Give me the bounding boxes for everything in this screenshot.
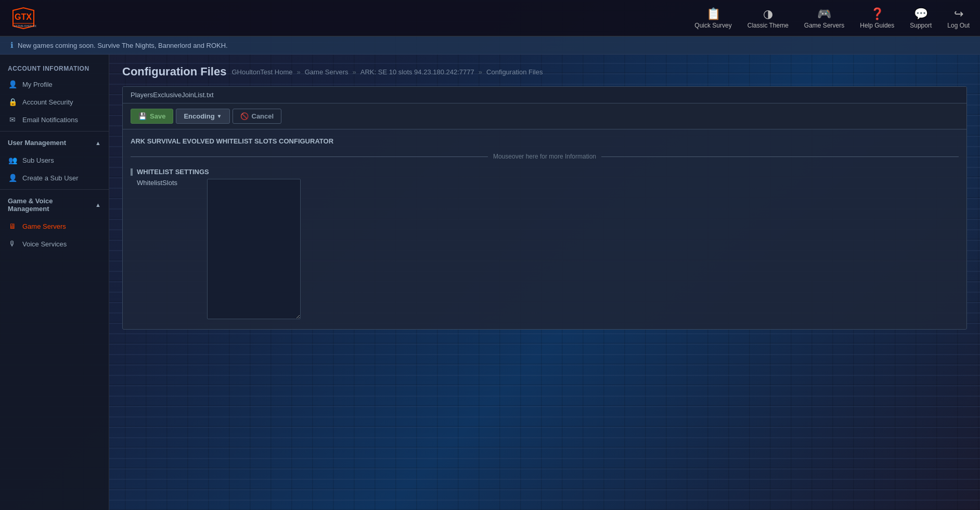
top-nav: GTX ESTABLISHED 2007 📋 Quick Survey ◑ Cl… xyxy=(0,0,980,36)
sidebar-create-sub-user-label: Create a Sub User xyxy=(22,174,79,182)
sub-users-icon: 👥 xyxy=(8,156,17,164)
sidebar-voice-services-label: Voice Services xyxy=(22,240,67,248)
sidebar-item-sub-users[interactable]: 👥 Sub Users xyxy=(0,151,109,169)
breadcrumb-server[interactable]: ARK: SE 10 slots 94.23.180.242:7777 xyxy=(360,68,474,76)
sidebar-divider-2 xyxy=(0,189,109,190)
logo-icon: GTX ESTABLISHED 2007 xyxy=(10,5,36,31)
log-out-icon: ↪ xyxy=(954,7,963,21)
sidebar-sub-users-label: Sub Users xyxy=(22,156,54,164)
info-icon: ℹ xyxy=(10,41,14,50)
nav-log-out[interactable]: ↪ Log Out xyxy=(947,7,970,29)
sidebar-game-voice-toggle[interactable]: Game & Voice Management ▲ xyxy=(0,192,109,217)
quick-survey-icon: 📋 xyxy=(706,7,720,21)
nav-game-servers-label: Game Servers xyxy=(804,22,844,29)
mouseover-line-left xyxy=(131,156,488,157)
nav-items: 📋 Quick Survey ◑ Classic Theme 🎮 Game Se… xyxy=(694,7,970,29)
nav-classic-theme-label: Classic Theme xyxy=(747,22,789,29)
voice-services-icon: 🎙 xyxy=(8,240,17,248)
user-management-chevron-icon: ▲ xyxy=(95,140,101,146)
sidebar-item-email-notifications[interactable]: ✉ Email Notifications xyxy=(0,111,109,128)
settings-section: WHITELIST SETTINGS WhitelistSlots xyxy=(131,168,959,321)
save-icon: 💾 xyxy=(138,112,147,120)
whitelist-slots-label: WhitelistSlots xyxy=(137,179,199,187)
announcement-text: New games coming soon. Survive The Night… xyxy=(18,42,228,49)
encoding-label: Encoding xyxy=(184,112,214,120)
config-tab-bar: PlayersExclusiveJoinList.txt xyxy=(123,87,966,103)
file-header-text: ARK SURVIVAL EVOLVED WHITELIST SLOTS CON… xyxy=(131,137,959,145)
account-security-icon: 🔒 xyxy=(8,98,17,106)
sidebar-account-security-label: Account Security xyxy=(22,98,73,106)
settings-header: WHITELIST SETTINGS xyxy=(131,168,959,176)
sidebar-account-section-header: Account Information xyxy=(0,60,109,75)
sidebar-my-profile-label: My Profile xyxy=(22,81,53,88)
breadcrumb-config-files[interactable]: Configuration Files xyxy=(486,68,543,76)
cancel-button[interactable]: 🚫 Cancel xyxy=(233,109,282,124)
content-area: Configuration Files GHoultonTest Home » … xyxy=(109,55,980,510)
nav-support[interactable]: 💬 Support xyxy=(910,7,932,29)
game-servers-icon: 🎮 xyxy=(817,7,831,21)
nav-log-out-label: Log Out xyxy=(947,22,970,29)
breadcrumb-home[interactable]: GHoultonTest Home xyxy=(231,68,292,76)
sidebar-item-voice-services[interactable]: 🎙 Voice Services xyxy=(0,235,109,253)
sidebar-item-account-security[interactable]: 🔒 Account Security xyxy=(0,93,109,111)
config-content: ARK SURVIVAL EVOLVED WHITELIST SLOTS CON… xyxy=(123,129,966,329)
config-file-tab[interactable]: PlayersExclusiveJoinList.txt xyxy=(131,91,214,99)
sidebar-item-game-servers[interactable]: 🖥 Game Servers xyxy=(0,217,109,235)
sidebar-item-create-sub-user[interactable]: 👤 Create a Sub User xyxy=(0,169,109,187)
sidebar-email-notifications-label: Email Notifications xyxy=(22,116,78,124)
sidebar-user-management-toggle[interactable]: User Management ▲ xyxy=(0,134,109,151)
sidebar-game-servers-label: Game Servers xyxy=(22,223,66,230)
breadcrumb-sep-3: » xyxy=(479,68,482,76)
logo-area: GTX ESTABLISHED 2007 xyxy=(10,5,39,31)
sidebar-user-management-label: User Management xyxy=(8,139,66,147)
svg-text:ESTABLISHED 2007: ESTABLISHED 2007 xyxy=(14,24,36,28)
classic-theme-icon: ◑ xyxy=(763,7,773,21)
cancel-label: Cancel xyxy=(252,112,274,120)
sidebar-divider-1 xyxy=(0,131,109,132)
nav-game-servers[interactable]: 🎮 Game Servers xyxy=(804,7,844,29)
support-icon: 💬 xyxy=(914,7,928,21)
mouseover-bar: Mouseover here for more Information xyxy=(131,153,959,160)
config-box: PlayersExclusiveJoinList.txt 💾 Save Enco… xyxy=(122,86,967,330)
settings-row-whitelist: WhitelistSlots xyxy=(131,179,959,321)
game-voice-chevron-icon: ▲ xyxy=(95,202,101,208)
breadcrumb-sep-1: » xyxy=(297,68,301,76)
nav-classic-theme[interactable]: ◑ Classic Theme xyxy=(747,7,789,29)
settings-section-title: WHITELIST SETTINGS xyxy=(137,168,209,176)
encoding-dropdown-icon: ▼ xyxy=(217,113,222,119)
breadcrumb-game-servers[interactable]: Game Servers xyxy=(305,68,349,76)
page-header: Configuration Files GHoultonTest Home » … xyxy=(122,65,967,79)
nav-support-label: Support xyxy=(910,22,932,29)
svg-text:GTX: GTX xyxy=(15,12,32,21)
announcement-bar: ℹ New games coming soon. Survive The Nig… xyxy=(0,36,980,55)
encoding-button[interactable]: Encoding ▼ xyxy=(176,109,229,124)
sidebar-item-my-profile[interactable]: 👤 My Profile xyxy=(0,75,109,93)
main-body: Account Information 👤 My Profile 🔒 Accou… xyxy=(0,55,980,510)
my-profile-icon: 👤 xyxy=(8,80,17,88)
sidebar-game-voice-label: Game & Voice Management xyxy=(8,197,95,213)
save-label: Save xyxy=(150,112,165,120)
nav-quick-survey[interactable]: 📋 Quick Survey xyxy=(694,7,731,29)
settings-input-area xyxy=(207,179,959,321)
nav-help-guides[interactable]: ❓ Help Guides xyxy=(860,7,894,29)
page-title: Configuration Files xyxy=(122,65,226,79)
config-toolbar: 💾 Save Encoding ▼ 🚫 Cancel xyxy=(123,103,966,129)
settings-header-bar xyxy=(131,168,133,176)
nav-quick-survey-label: Quick Survey xyxy=(694,22,731,29)
mouseover-line-right xyxy=(601,156,959,157)
breadcrumb: GHoultonTest Home » Game Servers » ARK: … xyxy=(231,68,543,76)
game-servers-side-icon: 🖥 xyxy=(8,222,17,230)
create-sub-user-icon: 👤 xyxy=(8,174,17,182)
mouseover-text[interactable]: Mouseover here for more Information xyxy=(488,153,601,160)
email-notifications-icon: ✉ xyxy=(8,115,17,124)
save-button[interactable]: 💾 Save xyxy=(131,109,173,124)
cancel-icon: 🚫 xyxy=(240,112,249,120)
sidebar: Account Information 👤 My Profile 🔒 Accou… xyxy=(0,55,109,510)
help-guides-icon: ❓ xyxy=(870,7,884,21)
breadcrumb-sep-2: » xyxy=(353,68,356,76)
whitelist-slots-textarea[interactable] xyxy=(207,179,301,319)
nav-help-guides-label: Help Guides xyxy=(860,22,894,29)
